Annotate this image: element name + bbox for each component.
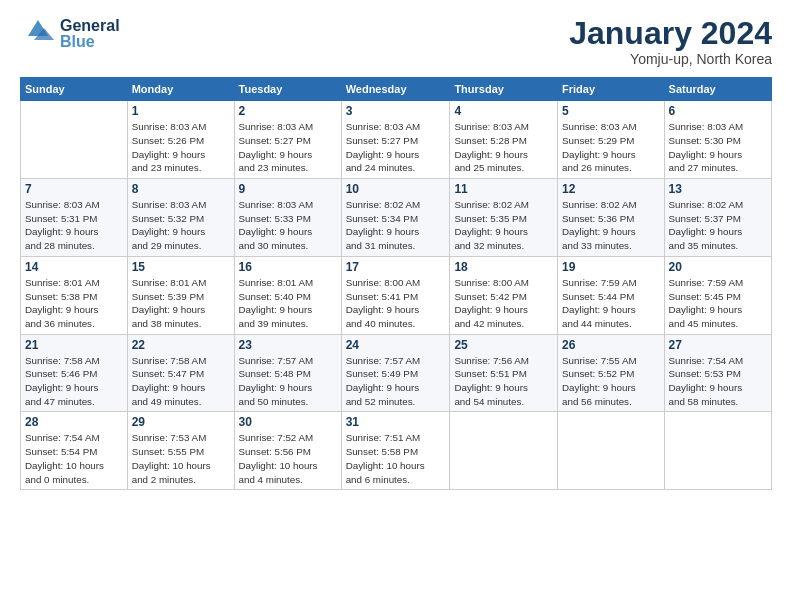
day-number: 18 (454, 260, 553, 274)
calendar-cell: 2Sunrise: 8:03 AM Sunset: 5:27 PM Daylig… (234, 101, 341, 179)
day-number: 7 (25, 182, 123, 196)
day-info: Sunrise: 7:54 AM Sunset: 5:53 PM Dayligh… (669, 354, 767, 409)
day-number: 15 (132, 260, 230, 274)
weekday-header-saturday: Saturday (664, 78, 771, 101)
day-info: Sunrise: 8:03 AM Sunset: 5:30 PM Dayligh… (669, 120, 767, 175)
calendar-cell: 22Sunrise: 7:58 AM Sunset: 5:47 PM Dayli… (127, 334, 234, 412)
calendar-cell: 24Sunrise: 7:57 AM Sunset: 5:49 PM Dayli… (341, 334, 450, 412)
calendar-cell: 26Sunrise: 7:55 AM Sunset: 5:52 PM Dayli… (558, 334, 665, 412)
calendar-cell (664, 412, 771, 490)
calendar-cell: 3Sunrise: 8:03 AM Sunset: 5:27 PM Daylig… (341, 101, 450, 179)
day-number: 9 (239, 182, 337, 196)
calendar-cell: 12Sunrise: 8:02 AM Sunset: 5:36 PM Dayli… (558, 179, 665, 257)
day-number: 16 (239, 260, 337, 274)
calendar-cell (558, 412, 665, 490)
day-info: Sunrise: 7:53 AM Sunset: 5:55 PM Dayligh… (132, 431, 230, 486)
calendar-cell (21, 101, 128, 179)
day-info: Sunrise: 7:57 AM Sunset: 5:49 PM Dayligh… (346, 354, 446, 409)
day-info: Sunrise: 8:00 AM Sunset: 5:42 PM Dayligh… (454, 276, 553, 331)
day-number: 25 (454, 338, 553, 352)
calendar-week-row: 28Sunrise: 7:54 AM Sunset: 5:54 PM Dayli… (21, 412, 772, 490)
weekday-header-sunday: Sunday (21, 78, 128, 101)
day-number: 14 (25, 260, 123, 274)
day-number: 2 (239, 104, 337, 118)
day-info: Sunrise: 8:02 AM Sunset: 5:36 PM Dayligh… (562, 198, 660, 253)
day-number: 12 (562, 182, 660, 196)
logo-blue-text: Blue (60, 34, 120, 50)
day-number: 1 (132, 104, 230, 118)
day-number: 4 (454, 104, 553, 118)
day-info: Sunrise: 7:59 AM Sunset: 5:45 PM Dayligh… (669, 276, 767, 331)
calendar-cell: 19Sunrise: 7:59 AM Sunset: 5:44 PM Dayli… (558, 256, 665, 334)
subtitle: Yomju-up, North Korea (569, 51, 772, 67)
calendar-cell: 7Sunrise: 8:03 AM Sunset: 5:31 PM Daylig… (21, 179, 128, 257)
calendar-table: SundayMondayTuesdayWednesdayThursdayFrid… (20, 77, 772, 490)
calendar-cell: 14Sunrise: 8:01 AM Sunset: 5:38 PM Dayli… (21, 256, 128, 334)
day-number: 30 (239, 415, 337, 429)
calendar-cell (450, 412, 558, 490)
day-number: 27 (669, 338, 767, 352)
day-number: 13 (669, 182, 767, 196)
day-number: 24 (346, 338, 446, 352)
weekday-header-tuesday: Tuesday (234, 78, 341, 101)
day-number: 5 (562, 104, 660, 118)
day-info: Sunrise: 8:03 AM Sunset: 5:28 PM Dayligh… (454, 120, 553, 175)
day-info: Sunrise: 8:03 AM Sunset: 5:27 PM Dayligh… (346, 120, 446, 175)
calendar-cell: 5Sunrise: 8:03 AM Sunset: 5:29 PM Daylig… (558, 101, 665, 179)
calendar-week-row: 7Sunrise: 8:03 AM Sunset: 5:31 PM Daylig… (21, 179, 772, 257)
day-number: 20 (669, 260, 767, 274)
day-info: Sunrise: 8:03 AM Sunset: 5:31 PM Dayligh… (25, 198, 123, 253)
calendar-cell: 20Sunrise: 7:59 AM Sunset: 5:45 PM Dayli… (664, 256, 771, 334)
day-number: 26 (562, 338, 660, 352)
day-number: 31 (346, 415, 446, 429)
calendar-cell: 9Sunrise: 8:03 AM Sunset: 5:33 PM Daylig… (234, 179, 341, 257)
main-title: January 2024 (569, 16, 772, 51)
calendar-cell: 8Sunrise: 8:03 AM Sunset: 5:32 PM Daylig… (127, 179, 234, 257)
calendar-cell: 11Sunrise: 8:02 AM Sunset: 5:35 PM Dayli… (450, 179, 558, 257)
day-info: Sunrise: 7:58 AM Sunset: 5:47 PM Dayligh… (132, 354, 230, 409)
day-number: 22 (132, 338, 230, 352)
logo-icon (20, 16, 56, 52)
logo-name: General Blue (60, 18, 120, 50)
day-info: Sunrise: 8:03 AM Sunset: 5:29 PM Dayligh… (562, 120, 660, 175)
day-info: Sunrise: 8:03 AM Sunset: 5:27 PM Dayligh… (239, 120, 337, 175)
calendar-cell: 10Sunrise: 8:02 AM Sunset: 5:34 PM Dayli… (341, 179, 450, 257)
day-info: Sunrise: 8:03 AM Sunset: 5:26 PM Dayligh… (132, 120, 230, 175)
calendar-cell: 27Sunrise: 7:54 AM Sunset: 5:53 PM Dayli… (664, 334, 771, 412)
day-info: Sunrise: 8:03 AM Sunset: 5:32 PM Dayligh… (132, 198, 230, 253)
calendar-cell: 29Sunrise: 7:53 AM Sunset: 5:55 PM Dayli… (127, 412, 234, 490)
calendar-cell: 30Sunrise: 7:52 AM Sunset: 5:56 PM Dayli… (234, 412, 341, 490)
day-info: Sunrise: 7:58 AM Sunset: 5:46 PM Dayligh… (25, 354, 123, 409)
day-number: 11 (454, 182, 553, 196)
calendar-cell: 17Sunrise: 8:00 AM Sunset: 5:41 PM Dayli… (341, 256, 450, 334)
day-info: Sunrise: 7:57 AM Sunset: 5:48 PM Dayligh… (239, 354, 337, 409)
day-info: Sunrise: 8:02 AM Sunset: 5:34 PM Dayligh… (346, 198, 446, 253)
weekday-header-friday: Friday (558, 78, 665, 101)
calendar-cell: 28Sunrise: 7:54 AM Sunset: 5:54 PM Dayli… (21, 412, 128, 490)
day-info: Sunrise: 7:51 AM Sunset: 5:58 PM Dayligh… (346, 431, 446, 486)
weekday-header-thursday: Thursday (450, 78, 558, 101)
calendar-week-row: 1Sunrise: 8:03 AM Sunset: 5:26 PM Daylig… (21, 101, 772, 179)
day-info: Sunrise: 8:01 AM Sunset: 5:38 PM Dayligh… (25, 276, 123, 331)
day-info: Sunrise: 7:52 AM Sunset: 5:56 PM Dayligh… (239, 431, 337, 486)
calendar-cell: 21Sunrise: 7:58 AM Sunset: 5:46 PM Dayli… (21, 334, 128, 412)
day-number: 10 (346, 182, 446, 196)
page: General Blue January 2024 Yomju-up, Nort… (0, 0, 792, 612)
day-number: 3 (346, 104, 446, 118)
calendar-cell: 4Sunrise: 8:03 AM Sunset: 5:28 PM Daylig… (450, 101, 558, 179)
day-number: 8 (132, 182, 230, 196)
calendar-cell: 23Sunrise: 7:57 AM Sunset: 5:48 PM Dayli… (234, 334, 341, 412)
day-info: Sunrise: 8:02 AM Sunset: 5:35 PM Dayligh… (454, 198, 553, 253)
calendar-cell: 13Sunrise: 8:02 AM Sunset: 5:37 PM Dayli… (664, 179, 771, 257)
weekday-header-wednesday: Wednesday (341, 78, 450, 101)
day-info: Sunrise: 7:59 AM Sunset: 5:44 PM Dayligh… (562, 276, 660, 331)
day-number: 6 (669, 104, 767, 118)
day-info: Sunrise: 8:03 AM Sunset: 5:33 PM Dayligh… (239, 198, 337, 253)
calendar-cell: 15Sunrise: 8:01 AM Sunset: 5:39 PM Dayli… (127, 256, 234, 334)
day-info: Sunrise: 7:54 AM Sunset: 5:54 PM Dayligh… (25, 431, 123, 486)
logo: General Blue (20, 16, 120, 52)
day-number: 19 (562, 260, 660, 274)
calendar-cell: 6Sunrise: 8:03 AM Sunset: 5:30 PM Daylig… (664, 101, 771, 179)
day-number: 29 (132, 415, 230, 429)
day-number: 23 (239, 338, 337, 352)
